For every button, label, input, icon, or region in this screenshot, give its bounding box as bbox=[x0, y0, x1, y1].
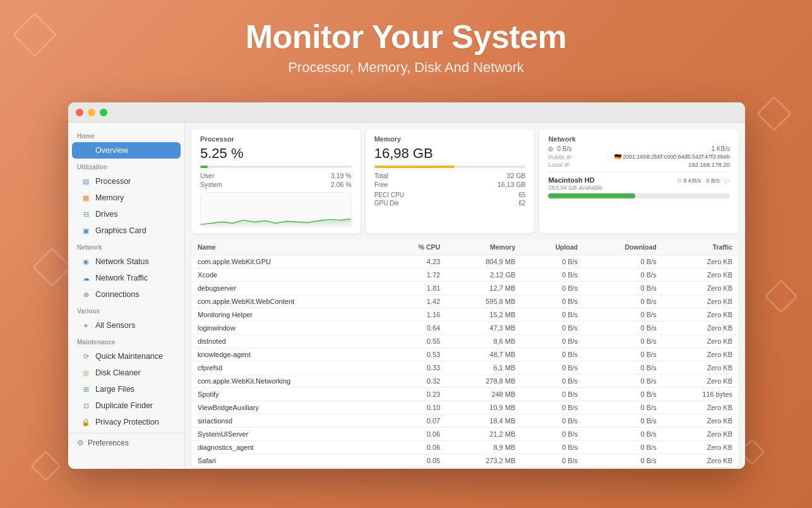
content-area: Processor 5.25 % User 3.19 % System 2.06… bbox=[185, 123, 745, 469]
table-row[interactable]: distnoted 0.55 8,6 MB 0 B/s 0 B/s Zero K… bbox=[191, 335, 739, 348]
top-panels: Processor 5.25 % User 3.19 % System 2.06… bbox=[185, 123, 745, 239]
sidebar-item-network-status[interactable]: ◉ Network Status bbox=[72, 253, 181, 270]
cell-upload: 0 B/s bbox=[522, 361, 584, 375]
cell-traffic: Zero KB bbox=[663, 414, 739, 428]
cell-name: com.apple.WebKit.Networking bbox=[191, 375, 385, 388]
sidebar-item-quick-maintenance[interactable]: ⟳ Quick Maintenance bbox=[72, 348, 181, 365]
cell-upload: 0 B/s bbox=[522, 269, 584, 282]
table-row[interactable]: diagnostics_agent 0.06 8,9 MB 0 B/s 0 B/… bbox=[191, 441, 739, 454]
download-speed: 0 B/s bbox=[548, 145, 571, 152]
sidebar-item-network-traffic[interactable]: ☁ Network Traffic bbox=[72, 270, 181, 286]
table-row[interactable]: knowledge-agent 0.53 48,7 MB 0 B/s 0 B/s… bbox=[191, 348, 739, 361]
table-row[interactable]: siriactionsd 0.07 18,4 MB 0 B/s 0 B/s Ze… bbox=[191, 414, 739, 428]
cell-memory: 248 MB bbox=[446, 388, 522, 401]
sidebar-item-graphics-card[interactable]: ▣ Graphics Card bbox=[72, 222, 181, 239]
cell-traffic: Zero KB bbox=[663, 361, 739, 375]
disk-bar-container bbox=[548, 193, 730, 198]
preferences-icon: ⚙ bbox=[77, 438, 84, 447]
cell-name: com.apple.WebKit.WebContent bbox=[191, 295, 385, 308]
cell-name: debugserver bbox=[191, 282, 385, 295]
large-files-icon: ⊞ bbox=[81, 384, 91, 394]
table-row[interactable]: SystemUIServer 0.06 21,2 MB 0 B/s 0 B/s … bbox=[191, 428, 739, 441]
sidebar-item-memory[interactable]: ▦ Memory bbox=[72, 190, 181, 206]
memory-icon: ▦ bbox=[81, 193, 91, 203]
sidebar-item-processor[interactable]: ▤ Processor bbox=[72, 173, 181, 190]
network-status-icon: ◉ bbox=[81, 257, 91, 267]
table-row[interactable]: Monitoring Helper 1.16 15,2 MB 0 B/s 0 B… bbox=[191, 308, 739, 322]
sidebar-item-all-sensors[interactable]: + All Sensors bbox=[72, 317, 181, 334]
sidebar-item-overview[interactable]: ⊞ Overview bbox=[72, 142, 181, 159]
cell-download: 0 B/s bbox=[584, 401, 663, 414]
sidebar-item-large-files[interactable]: ⊞ Large Files bbox=[72, 381, 181, 397]
col-traffic: Traffic bbox=[663, 239, 739, 255]
quick-maintenance-icon: ⟳ bbox=[81, 351, 91, 361]
maximize-button[interactable] bbox=[100, 109, 107, 116]
cell-upload: 0 B/s bbox=[522, 255, 584, 269]
cell-memory: 48,7 MB bbox=[446, 348, 522, 361]
cell-upload: 0 B/s bbox=[522, 388, 584, 401]
table-row[interactable]: com.apple.WebKit.GPU 4.23 804,9 MB 0 B/s… bbox=[191, 255, 739, 269]
cell-name: diagnostics_agent bbox=[191, 441, 385, 454]
cell-name: loginwindow bbox=[191, 322, 385, 335]
cell-traffic: Zero KB bbox=[663, 441, 739, 454]
cell-download: 0 B/s bbox=[584, 282, 663, 295]
cell-name: cfprefsd bbox=[191, 361, 385, 375]
cell-traffic: Zero KB bbox=[663, 308, 739, 322]
preferences-item[interactable]: ⚙ Preferences bbox=[77, 438, 176, 447]
cell-download: 0 B/s bbox=[584, 388, 663, 401]
cell-name: siriactionsd bbox=[191, 414, 385, 428]
table-row[interactable]: cfprefsd 0.33 6,1 MB 0 B/s 0 B/s Zero KB bbox=[191, 361, 739, 375]
table-row[interactable]: Spotify 0.23 248 MB 0 B/s 0 B/s 116 byte… bbox=[191, 388, 739, 401]
table-row[interactable]: debugserver 1.81 12,7 MB 0 B/s 0 B/s Zer… bbox=[191, 282, 739, 295]
cell-download: 0 B/s bbox=[584, 428, 663, 441]
cell-cpu: 1.42 bbox=[385, 295, 446, 308]
cell-upload: 0 B/s bbox=[522, 428, 584, 441]
cell-upload: 0 B/s bbox=[522, 335, 584, 348]
cell-cpu: 0.05 bbox=[385, 454, 446, 468]
table-row[interactable]: com.apple.WebKit.WebContent 1.42 595,8 M… bbox=[191, 295, 739, 308]
network-traffic-icon: ☁ bbox=[81, 273, 91, 283]
various-section-label: Various bbox=[68, 303, 184, 317]
cell-memory: 278,8 MB bbox=[446, 375, 522, 388]
table-row[interactable]: com.apple.WebKit.Networking 0.32 278,8 M… bbox=[191, 375, 739, 388]
table-row[interactable]: Safari 0.05 273,2 MB 0 B/s 0 B/s Zero KB bbox=[191, 454, 739, 468]
processor-chart bbox=[200, 192, 352, 227]
col-name: Name bbox=[191, 239, 385, 255]
cell-upload: 0 B/s bbox=[522, 454, 584, 468]
cell-name: knowledge-agent bbox=[191, 348, 385, 361]
col-memory: Memory bbox=[446, 239, 522, 255]
col-cpu: % CPU bbox=[385, 239, 446, 255]
cell-memory: 15,2 MB bbox=[446, 308, 522, 322]
table-row[interactable]: Xcode 1.72 2,12 GB 0 B/s 0 B/s Zero KB bbox=[191, 269, 739, 282]
memory-title: Memory bbox=[374, 135, 526, 143]
process-table-container[interactable]: Name % CPU Memory Upload Download Traffi… bbox=[185, 239, 745, 469]
memory-value: 16,98 GB bbox=[374, 145, 526, 162]
cell-memory: 8,9 MB bbox=[446, 441, 522, 454]
minimize-button[interactable] bbox=[88, 109, 95, 116]
cell-memory: 6,1 MB bbox=[446, 361, 522, 375]
cell-memory: 8,6 MB bbox=[446, 335, 522, 348]
table-row[interactable]: loginwindow 0.64 47,3 MB 0 B/s 0 B/s Zer… bbox=[191, 322, 739, 335]
cell-memory: 10,9 MB bbox=[446, 401, 522, 414]
cell-memory: 12,7 MB bbox=[446, 282, 522, 295]
close-button[interactable] bbox=[76, 109, 83, 116]
title-bar bbox=[68, 102, 745, 123]
sidebar-item-drives[interactable]: ⊟ Drives bbox=[72, 206, 181, 222]
cell-memory: 595,8 MB bbox=[446, 295, 522, 308]
cell-download: 0 B/s bbox=[584, 454, 663, 468]
connections-icon: ⊕ bbox=[81, 289, 91, 299]
cell-name: Monitoring Helper bbox=[191, 308, 385, 322]
sidebar-item-privacy-protection[interactable]: 🔒 Privacy Protection bbox=[72, 414, 181, 430]
table-header-row: Name % CPU Memory Upload Download Traffi… bbox=[191, 239, 739, 255]
memory-free-row: Free 16,13 GB bbox=[374, 181, 526, 188]
cell-download: 0 B/s bbox=[584, 308, 663, 322]
sidebar-item-disk-cleaner[interactable]: ◎ Disk Cleaner bbox=[72, 365, 181, 381]
cell-traffic: Zero KB bbox=[663, 375, 739, 388]
cell-traffic: Zero KB bbox=[663, 335, 739, 348]
cell-traffic: Zero KB bbox=[663, 454, 739, 468]
sidebar-item-connections[interactable]: ⊕ Connections bbox=[72, 286, 181, 303]
sidebar-item-duplicate-finder[interactable]: ⊡ Duplicate Finder bbox=[72, 397, 181, 414]
table-row[interactable]: ViewBridgeAuxiliary 0.10 10,9 MB 0 B/s 0… bbox=[191, 401, 739, 414]
cell-memory: 273,2 MB bbox=[446, 454, 522, 468]
processor-user-row: User 3.19 % bbox=[200, 172, 352, 179]
